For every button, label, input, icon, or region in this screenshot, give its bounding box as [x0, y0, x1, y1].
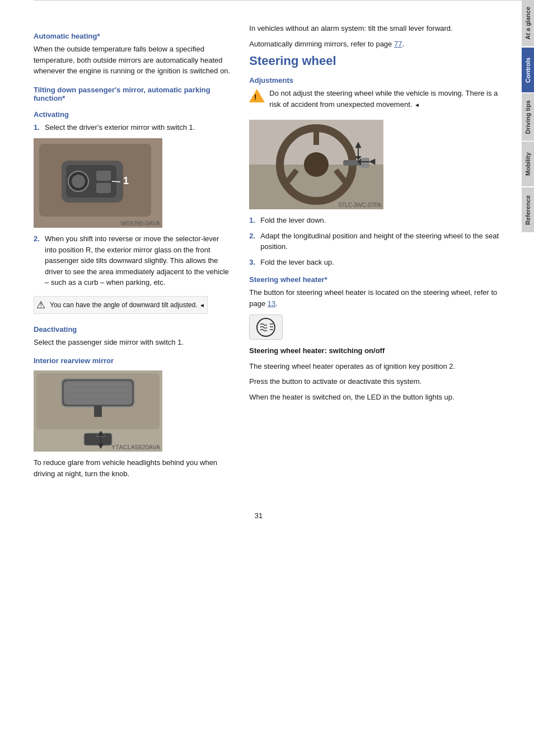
steering-step3: 3. Fold the lever back up.: [249, 257, 500, 268]
warning-box: Do not adjust the steering wheel while t…: [249, 88, 500, 114]
heater-text1: The steering wheel heater operates as of…: [249, 361, 500, 372]
warning-text: Do not adjust the steering wheel while t…: [269, 88, 500, 110]
step2-text: When you shift into reverse or move the …: [45, 233, 232, 288]
tab-driving-tips[interactable]: Driving tips: [522, 93, 534, 141]
steering-heater-heading: Steering wheel heater*: [249, 275, 500, 284]
warning-icon: [249, 89, 265, 102]
image2-caption: Y7ACLA5820AVA: [111, 444, 160, 450]
note-box: ⚠ You can have the angle of downward til…: [34, 296, 208, 314]
steering-step3-num: 3.: [249, 257, 257, 268]
svg-rect-30: [361, 158, 369, 168]
steering-step2-num: 2.: [249, 231, 257, 252]
svg-point-5: [72, 175, 85, 188]
heater-icon-box: [249, 314, 283, 340]
interior-mirror-svg: [34, 370, 162, 452]
auto-heating-heading: Automatic heating*: [34, 32, 232, 40]
side-tabs: At a glance Controls Driving tips Mobili…: [518, 0, 534, 756]
note-icon: ⚠: [36, 299, 45, 311]
svg-rect-6: [96, 171, 111, 181]
steering-heater-text1: The button for steering wheel heater is …: [249, 287, 500, 309]
note-text: You can have the angle of downward tilt …: [50, 301, 205, 309]
deactivating-text: Select the passenger side mirror with sw…: [34, 337, 232, 348]
deactivating-heading: Deactivating: [34, 325, 232, 334]
steering-step2: 2. Adapt the longitudinal position and h…: [249, 231, 500, 252]
tab-mobility[interactable]: Mobility: [522, 142, 534, 186]
mirror-switch-svg: 1: [34, 138, 162, 228]
step2-num: 2.: [34, 233, 41, 288]
main-content: Automatic heating* When the outside temp…: [0, 1, 517, 506]
image1-caption: W09J90-0AVA: [120, 220, 160, 227]
svg-point-28: [304, 152, 329, 177]
steering-svg: [249, 120, 383, 209]
svg-rect-7: [96, 183, 111, 193]
tab-reference[interactable]: Reference: [522, 187, 534, 232]
steering-step1: 1. Fold the lever down.: [249, 215, 500, 226]
svg-rect-17: [94, 406, 102, 417]
steering-step1-num: 1.: [249, 215, 257, 226]
svg-point-37: [257, 318, 275, 336]
interior-mirror-heading: Interior rearview mirror: [34, 356, 232, 365]
steering-step3-text: Fold the lever back up.: [260, 257, 334, 268]
activating-heading: Activating: [34, 110, 232, 119]
heater-onoff-label: Steering wheel heater: switching on/off: [249, 345, 500, 356]
step1-text: Select the driver's exterior mirror with…: [45, 122, 195, 133]
steering-step1-text: Fold the lever down.: [260, 215, 326, 226]
steering-step2-text: Adapt the longitudinal position and heig…: [260, 231, 500, 252]
right-column: In vehicles without an alarm system: til…: [243, 23, 500, 483]
heater-text2: Press the button to activate or deactiva…: [249, 376, 500, 387]
intro-text1: In vehicles without an alarm system: til…: [249, 23, 500, 34]
warning-diamond: ◄: [414, 102, 420, 108]
activating-step1: 1. Select the driver's exterior mirror w…: [34, 122, 232, 133]
interior-mirror-image: Y7ACLA5820AVA: [34, 370, 162, 452]
tilting-heading: Tilting down passenger's mirror, automat…: [34, 86, 232, 102]
steering-heading: Steering wheel: [249, 54, 500, 68]
heater-icon-svg: [252, 317, 280, 338]
heater-text3: When the heater is switched on, the LED …: [249, 392, 500, 403]
tab-controls[interactable]: Controls: [522, 48, 534, 92]
svg-rect-13: [64, 381, 132, 405]
svg-text:1: 1: [123, 175, 129, 186]
activating-step2: 2. When you shift into reverse or move t…: [34, 233, 232, 288]
page77-link[interactable]: 77: [394, 40, 402, 48]
diamond-symbol: ◄: [199, 302, 205, 308]
tab-at-a-glance[interactable]: At a glance: [522, 0, 534, 46]
intro-text2: Automatically dimming mirrors, refer to …: [249, 39, 500, 50]
step1-num: 1.: [34, 122, 41, 133]
svg-line-9: [112, 181, 120, 182]
adjustments-heading: Adjustments: [249, 76, 500, 84]
auto-heating-text: When the outside temperature falls below…: [34, 44, 232, 77]
page-number: 31: [0, 511, 517, 520]
mirror-switch-image: 1 W09J90-0AVA: [34, 138, 162, 228]
left-column: Automatic heating* When the outside temp…: [34, 23, 243, 483]
interior-mirror-text: To reduce glare from vehicle headlights …: [34, 457, 232, 479]
page13-link[interactable]: 13: [268, 299, 275, 308]
steering-wheel-image: 07LC-3WC-07PA: [249, 120, 383, 209]
steering-img-caption: 07LC-3WC-07PA: [339, 202, 382, 208]
